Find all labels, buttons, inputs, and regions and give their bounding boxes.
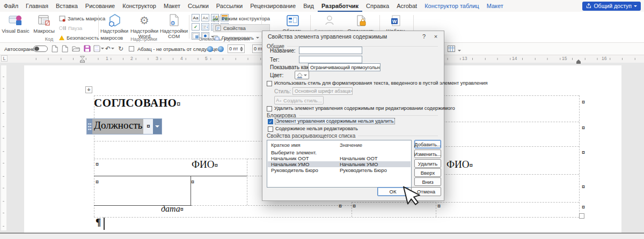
tab-design[interactable]: Конструктор bbox=[119, 0, 160, 12]
combo-box-control-icon[interactable] bbox=[201, 23, 209, 31]
panel-area-icon bbox=[287, 13, 299, 27]
share-button[interactable]: Общий доступ bbox=[582, 2, 641, 11]
doc-heading: СОГЛСОВАНО¤ bbox=[94, 96, 181, 110]
cell-end-mark: ¤ bbox=[214, 161, 218, 169]
table-gridline bbox=[436, 202, 436, 217]
ruler-number: 13 bbox=[462, 56, 467, 61]
table-border-solid bbox=[94, 176, 247, 176]
tab-developer[interactable]: Разработчик bbox=[318, 0, 362, 12]
section-locking: Блокировка bbox=[267, 113, 441, 118]
tag-input[interactable] bbox=[299, 56, 362, 63]
tab-draw[interactable]: Рисование bbox=[82, 0, 119, 12]
toolbar-overflow-caret-icon[interactable] bbox=[458, 50, 461, 53]
move-up-button[interactable]: Вверх bbox=[414, 168, 441, 177]
content-control-dropdown-button[interactable] bbox=[153, 119, 162, 134]
dropdown-caret-icon bbox=[155, 125, 159, 130]
macros-button[interactable]: Макросы bbox=[30, 13, 58, 34]
autosave-toggle[interactable] bbox=[33, 46, 48, 52]
tab-insert[interactable]: Вставка bbox=[52, 0, 82, 12]
tab-acrobat[interactable]: Acrobat bbox=[393, 0, 421, 12]
visual-basic-icon bbox=[9, 13, 23, 27]
tab-layout[interactable]: Макет bbox=[160, 0, 184, 12]
name-input[interactable] bbox=[299, 47, 362, 54]
addins-button[interactable]: Надстройки bbox=[100, 13, 129, 34]
pause-label: Пауза bbox=[68, 25, 82, 31]
dialog-help-button[interactable]: ? bbox=[419, 32, 429, 41]
open-icon[interactable] bbox=[72, 45, 80, 53]
cell-end-mark: ¤ bbox=[177, 100, 181, 108]
table-move-handle[interactable]: + bbox=[85, 86, 92, 93]
show-as-label: Показывать как: bbox=[270, 64, 310, 70]
design-mode-button[interactable]: N Режим конструктора bbox=[213, 14, 270, 23]
table-gridline bbox=[579, 95, 580, 217]
svg-text:W: W bbox=[392, 18, 397, 24]
com-addins-button[interactable]: ⚙ Надстройки COM bbox=[159, 13, 188, 39]
add-button[interactable]: Добавить... bbox=[414, 140, 441, 148]
show-as-select[interactable]: Ограничивающий прямоугольник bbox=[308, 63, 380, 71]
ruler-number: 15 bbox=[562, 56, 567, 61]
tab-view[interactable]: Вид bbox=[299, 0, 318, 12]
content-control-text[interactable]: Должность bbox=[92, 119, 143, 134]
spacing-indicator-icon[interactable] bbox=[207, 46, 213, 52]
rich-text-control-icon[interactable]: Aa bbox=[192, 14, 200, 21]
dropdown-content-control[interactable]: ●●●●●● Должность ¤ bbox=[86, 118, 162, 135]
table-resize-handle[interactable] bbox=[579, 213, 584, 219]
cell-end-mark: ¤ bbox=[96, 161, 99, 169]
new-blank-document-icon[interactable] bbox=[62, 45, 68, 54]
save-as-icon[interactable] bbox=[93, 45, 104, 52]
share-icon bbox=[586, 3, 591, 9]
section-dropdown-properties: Свойства раскрывающегося списка bbox=[267, 133, 441, 139]
cannot-edit-checkbox[interactable] bbox=[268, 126, 273, 132]
undo-icon[interactable]: ↶ bbox=[105, 45, 114, 53]
macros-label: Макросы bbox=[33, 28, 55, 34]
new-style-icon: A₊ bbox=[276, 98, 282, 103]
spinner-arrows-icon[interactable] bbox=[240, 45, 243, 53]
tab-mailings[interactable]: Рассылки bbox=[213, 0, 246, 12]
tab-table-layout[interactable]: Макет bbox=[483, 0, 507, 12]
table-tool-icon[interactable] bbox=[448, 46, 455, 53]
tab-review[interactable]: Рецензирование bbox=[246, 0, 299, 12]
word-addins-button[interactable]: ⚙ Надстройки Word bbox=[130, 13, 159, 39]
name-label: Название: bbox=[270, 48, 295, 54]
tab-help[interactable]: Справка bbox=[362, 0, 393, 12]
indent-markers[interactable] bbox=[79, 55, 85, 65]
show-as-value: Ограничивающий прямоугольник bbox=[310, 65, 380, 70]
list-item[interactable]: Начальник ООТНачальник ООТ bbox=[268, 155, 411, 161]
list-item-selected[interactable]: Начальник УМОНачальник УМО bbox=[268, 161, 411, 167]
tab-references[interactable]: Ссылки bbox=[184, 0, 213, 12]
cannot-delete-checkbox[interactable]: ✓ bbox=[268, 119, 273, 124]
checkbox-control-icon[interactable]: ✓ bbox=[192, 23, 200, 31]
redo-icon[interactable]: ↻ bbox=[118, 45, 123, 53]
spacing-before-spinner[interactable]: 0 пт bbox=[228, 44, 245, 53]
ruler-number: 3 bbox=[156, 56, 158, 61]
new-document-icon[interactable] bbox=[52, 45, 58, 54]
dropdown-items-list[interactable]: Краткое имя Значение Выберите элемент. Н… bbox=[267, 140, 412, 188]
group-label-addins: Надстройки bbox=[99, 36, 189, 42]
remove-on-edit-checkbox[interactable] bbox=[267, 106, 272, 111]
pause-icon bbox=[59, 26, 66, 30]
paragraph-keep-with-next-checkbox[interactable] bbox=[129, 46, 134, 51]
list-item[interactable]: Руководитель БюроРуководитель Бюро bbox=[268, 167, 411, 173]
dialog-close-button[interactable]: × bbox=[431, 32, 441, 41]
tab-table-design[interactable]: Конструктор таблиц bbox=[421, 0, 482, 12]
table-gridline bbox=[352, 202, 579, 203]
content-control-handle[interactable]: ●●●●●● bbox=[87, 119, 92, 134]
tab-stop-selector[interactable]: L bbox=[1, 55, 8, 62]
delete-button[interactable]: Удалить bbox=[414, 159, 441, 168]
edit-button[interactable]: Изменить... bbox=[414, 150, 441, 158]
save-icon[interactable] bbox=[84, 45, 91, 53]
new-style-label: Создать стиль... bbox=[283, 98, 322, 103]
tab-file[interactable]: Файл bbox=[0, 0, 22, 12]
visual-basic-button[interactable]: Visual Basic bbox=[2, 13, 30, 34]
row-end-mark: ¤ bbox=[582, 183, 585, 191]
list-item[interactable]: Выберите элемент. bbox=[268, 150, 411, 155]
undo-caret-icon bbox=[111, 48, 114, 51]
ruler-number: 5 bbox=[205, 56, 208, 61]
color-picker-button[interactable] bbox=[295, 71, 309, 79]
plain-text-control-icon[interactable]: Aa bbox=[201, 14, 209, 21]
use-style-checkbox[interactable] bbox=[267, 81, 272, 86]
dialog-title[interactable]: Свойства элемента управления содержимым bbox=[262, 31, 444, 42]
spacing-indicator-icon-2[interactable] bbox=[218, 46, 224, 52]
tab-home[interactable]: Главная bbox=[22, 0, 52, 12]
design-mode-icon: N bbox=[213, 16, 219, 22]
